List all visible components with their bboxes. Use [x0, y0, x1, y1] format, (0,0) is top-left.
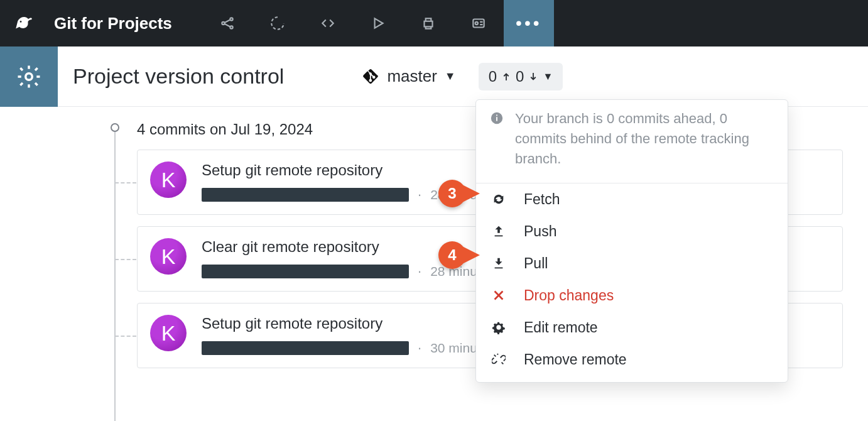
git-icon [362, 68, 379, 85]
callout-3: 3 [438, 178, 487, 209]
popover-item-push[interactable]: Push [476, 216, 788, 248]
avatar: K [150, 238, 187, 275]
app-logo [11, 11, 36, 36]
info-icon [490, 111, 504, 125]
ahead-count: 0 [489, 68, 497, 85]
branch-select[interactable]: master ▼ [357, 63, 460, 90]
topbar-icons: ••• [202, 0, 554, 46]
id-icon[interactable] [453, 0, 504, 46]
svg-point-2 [230, 26, 232, 28]
callout-tail [462, 246, 480, 264]
callout-4: 4 [438, 240, 487, 270]
popover-item-drop-changes[interactable]: Drop changes [476, 280, 788, 312]
unlink-icon [491, 352, 506, 367]
popover-item-label: Remove remote [524, 351, 627, 368]
svg-rect-3 [424, 21, 432, 27]
chevron-down-icon: ▼ [543, 71, 553, 82]
settings-tile[interactable] [0, 46, 58, 107]
share-icon[interactable] [202, 0, 252, 46]
subbar: Project version control master ▼ 0 0 ▼ [58, 46, 868, 107]
tracking-button[interactable]: 0 0 ▼ [479, 63, 563, 90]
svg-point-0 [222, 22, 224, 25]
chevron-down-icon: ▼ [445, 70, 456, 83]
tracking-popover: Your branch is 0 commits ahead, 0 commit… [475, 99, 788, 383]
more-icon[interactable]: ••• [504, 0, 554, 46]
popover-item-label: Fetch [524, 191, 560, 208]
popover-item-edit-remote[interactable]: Edit remote [476, 312, 788, 344]
meta-sep: · [418, 340, 421, 356]
popover-info-text: Your branch is 0 commits ahead, 0 commit… [515, 109, 774, 169]
popover-item-fetch[interactable]: Fetch [476, 183, 788, 216]
branch-label: master [387, 67, 437, 86]
callout-tail [462, 185, 480, 202]
timeline-dot [111, 123, 119, 132]
timeline-line [114, 127, 116, 421]
popover-item-pull[interactable]: Pull [476, 248, 788, 280]
svg-point-5 [475, 22, 477, 25]
download-icon [491, 256, 506, 271]
gear-icon [491, 320, 506, 335]
meta-sep: · [418, 187, 421, 203]
refresh-icon [491, 192, 506, 207]
popover-item-remove-remote[interactable]: Remove remote [476, 344, 788, 376]
meta-bar [202, 265, 409, 278]
popover-item-label: Push [524, 223, 556, 240]
close-icon [491, 288, 506, 303]
print-icon[interactable] [403, 0, 453, 46]
meta-sep: · [418, 263, 421, 280]
project-icon[interactable] [252, 0, 303, 46]
sub-row: Project version control master ▼ 0 0 ▼ [0, 46, 868, 107]
arrow-down-icon [528, 71, 539, 82]
app-title: Git for Projects [54, 14, 172, 33]
svg-point-1 [230, 18, 232, 20]
topbar: Git for Projects ••• [0, 0, 868, 46]
svg-point-6 [26, 74, 33, 80]
run-icon[interactable] [353, 0, 403, 46]
upload-icon [491, 224, 506, 239]
popover-item-label: Edit remote [524, 319, 598, 336]
svg-rect-9 [496, 115, 497, 116]
popover-item-label: Drop changes [524, 287, 614, 304]
page-title: Project version control [73, 64, 284, 89]
avatar: K [150, 315, 187, 351]
popover-info: Your branch is 0 commits ahead, 0 commit… [476, 100, 788, 183]
date-header: 4 commits on Jul 19, 2024 [137, 121, 313, 138]
svg-rect-8 [496, 117, 497, 121]
arrow-up-icon [501, 71, 512, 82]
meta-bar [202, 341, 409, 355]
avatar: K [150, 161, 187, 198]
code-icon[interactable] [303, 0, 353, 46]
meta-bar [202, 188, 409, 202]
behind-count: 0 [516, 68, 524, 85]
popover-item-label: Pull [524, 255, 548, 272]
